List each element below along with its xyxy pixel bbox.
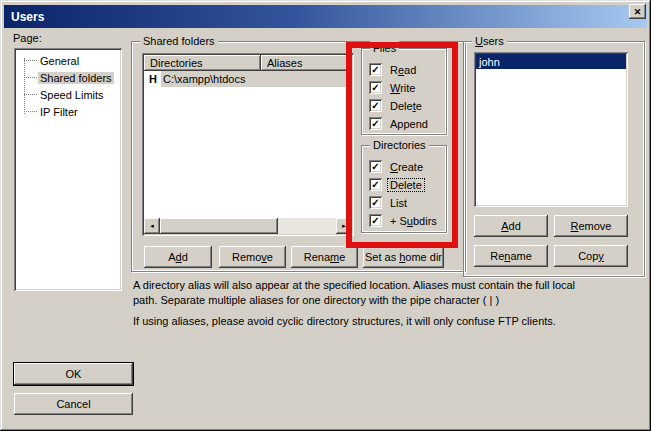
page-label: Page:: [13, 32, 42, 44]
checkbox-delete-dir[interactable]: ✓ Delete: [369, 178, 424, 191]
tree-branch-line: [24, 94, 37, 95]
home-flag: H: [144, 73, 161, 85]
checkbox-delete-file[interactable]: ✓ Delete: [369, 99, 424, 112]
arrow-right-icon: ►: [341, 223, 347, 229]
remove-directory-button[interactable]: Remove: [219, 246, 286, 268]
tree-branch-line: [24, 111, 37, 112]
checkbox-create[interactable]: ✓ Create: [369, 160, 425, 173]
directories-list[interactable]: Directories Aliases H C:\xampp\htdocs ◄ …: [142, 53, 354, 236]
files-group-label: Files: [370, 41, 399, 55]
sidebar-item-speed-limits[interactable]: Speed Limits: [38, 87, 106, 102]
tree-branch-line: [24, 60, 37, 61]
users-dialog: Users ✕ Page: General Shared folders Spe…: [0, 0, 651, 431]
sidebar-item-general[interactable]: General: [38, 53, 81, 68]
info-line-1: A directory alias will also appear at th…: [133, 278, 645, 293]
remove-user-button[interactable]: Remove: [554, 215, 628, 237]
directories-group-label: Directories: [370, 138, 429, 152]
arrow-left-icon: ◄: [149, 223, 155, 229]
checkbox-read[interactable]: ✓ Read: [369, 63, 418, 76]
ok-button[interactable]: OK: [14, 363, 133, 385]
rename-directory-button[interactable]: Rename: [291, 246, 358, 268]
rename-user-button[interactable]: Rename: [474, 245, 548, 267]
checkbox-append[interactable]: ✓ Append: [369, 117, 430, 130]
directories-permissions-group: Directories ✓ Create ✓ Delete ✓ List ✓ +…: [361, 145, 447, 233]
directory-row[interactable]: H C:\xampp\htdocs: [144, 71, 352, 87]
directories-list-header: Directories Aliases: [144, 55, 352, 71]
checkbox-subdirs[interactable]: ✓ + Subdirs: [369, 214, 439, 227]
alias-info-text: A directory alias will also appear at th…: [133, 278, 645, 329]
add-user-button[interactable]: Add: [474, 215, 548, 237]
close-button[interactable]: ✕: [629, 4, 646, 19]
cancel-button[interactable]: Cancel: [14, 393, 133, 415]
scroll-left-button[interactable]: ◄: [144, 218, 160, 234]
checkbox-checked-icon: ✓: [369, 117, 382, 130]
checkbox-checked-icon: ✓: [369, 160, 382, 173]
column-header-directories[interactable]: Directories: [144, 55, 261, 71]
checkbox-checked-icon: ✓: [369, 81, 382, 94]
checkbox-checked-icon: ✓: [369, 99, 382, 112]
column-header-aliases[interactable]: Aliases: [261, 55, 352, 71]
shared-folders-group-label: Shared folders: [140, 34, 218, 48]
close-icon: ✕: [634, 7, 642, 17]
titlebar: Users: [4, 5, 647, 28]
users-list[interactable]: john: [474, 52, 628, 207]
checkbox-list[interactable]: ✓ List: [369, 196, 409, 209]
user-row-john[interactable]: john: [476, 54, 626, 69]
info-line-3: If using aliases, please avoid cyclic di…: [133, 314, 645, 329]
checkbox-write[interactable]: ✓ Write: [369, 81, 417, 94]
window-title: Users: [4, 10, 44, 24]
horizontal-scrollbar[interactable]: ◄ ►: [144, 218, 352, 234]
sidebar-item-ip-filter[interactable]: IP Filter: [38, 104, 80, 119]
checkbox-checked-icon: ✓: [369, 214, 382, 227]
info-line-2: path. Separate multiple aliases for one …: [133, 293, 645, 308]
copy-user-button[interactable]: Copy: [554, 245, 628, 267]
checkbox-checked-icon: ✓: [369, 63, 382, 76]
directory-path: C:\xampp\htdocs: [161, 71, 352, 87]
sidebar-item-shared-folders[interactable]: Shared folders: [38, 70, 114, 85]
users-group-label: Users: [472, 34, 507, 48]
set-as-home-dir-button[interactable]: Set as home dir: [363, 246, 444, 268]
tree-branch-line: [24, 77, 37, 78]
checkbox-checked-icon: ✓: [369, 196, 382, 209]
scrollbar-thumb[interactable]: [160, 218, 278, 234]
tree-connector-line: [24, 58, 25, 114]
page-tree[interactable]: General Shared folders Speed Limits IP F…: [14, 48, 122, 291]
add-directory-button[interactable]: Add: [144, 246, 212, 268]
scroll-right-button[interactable]: ►: [336, 218, 352, 234]
checkbox-checked-icon: ✓: [369, 178, 382, 191]
files-permissions-group: Files ✓ Read ✓ Write ✓ Delete ✓ Append: [361, 48, 447, 135]
